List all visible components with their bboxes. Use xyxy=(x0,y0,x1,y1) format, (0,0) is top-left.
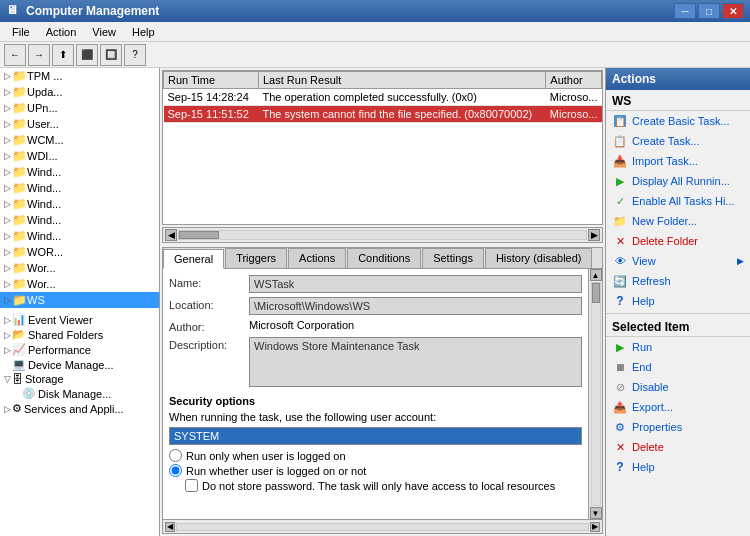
tab-settings[interactable]: Settings xyxy=(422,248,484,268)
sidebar-item-wind4[interactable]: ▷ 📁 Wind... xyxy=(0,228,159,244)
detail-htrack[interactable] xyxy=(176,523,589,531)
action-refresh[interactable]: 🔄 Refresh xyxy=(606,271,750,291)
sidebar-item-services[interactable]: ▷ ⚙ Services and Appli... xyxy=(0,401,159,416)
sidebar-item-device-manager[interactable]: 💻 Device Manage... xyxy=(0,357,159,372)
sidebar-item-ws[interactable]: ▷ 📁 WS xyxy=(0,292,159,308)
action-display-running[interactable]: ▶ Display All Runnin... xyxy=(606,171,750,191)
sidebar-item-user[interactable]: ▷ 📁 User... xyxy=(0,116,159,132)
tab-history[interactable]: History (disabled) xyxy=(485,248,593,268)
scroll-up-btn[interactable]: ▲ xyxy=(590,269,602,281)
sidebar-item-wind3[interactable]: ▷ 📁 Wind... xyxy=(0,212,159,228)
action-export[interactable]: 📤 Export... xyxy=(606,397,750,417)
sidebar-item-storage[interactable]: ▽ 🗄 Storage xyxy=(0,372,159,386)
nostore-checkbox[interactable] xyxy=(185,479,198,492)
action-properties-label: Properties xyxy=(632,421,682,433)
action-create-task[interactable]: 📋 Create Task... xyxy=(606,131,750,151)
col-runtime[interactable]: Run Time xyxy=(164,72,259,89)
table-row[interactable]: Sep-15 14:28:24 The operation completed … xyxy=(164,89,602,106)
sidebar-item-wind2[interactable]: ▷ 📁 Wind... xyxy=(0,196,159,212)
close-button[interactable]: ✕ xyxy=(722,3,744,19)
menu-action[interactable]: Action xyxy=(38,24,85,40)
folder-icon: 📁 xyxy=(12,277,27,291)
up-button[interactable]: ⬆ xyxy=(52,44,74,66)
tab-triggers[interactable]: Triggers xyxy=(225,248,287,268)
sidebar-item-performance[interactable]: ▷ 📈 Performance xyxy=(0,342,159,357)
checkbox-option-nostore[interactable]: Do not store password. The task will onl… xyxy=(169,479,582,492)
table-row[interactable]: Sep-15 11:51:52 The system cannot find t… xyxy=(164,106,602,123)
sidebar-item-wor2[interactable]: ▷ 📁 Wor... xyxy=(0,276,159,292)
action-help-ws[interactable]: ? Help xyxy=(606,291,750,311)
sidebar-item-tpm[interactable]: ▷ 📁 TPM ... xyxy=(0,68,159,84)
vscroll-thumb[interactable] xyxy=(592,283,600,303)
maximize-button[interactable]: □ xyxy=(698,3,720,19)
location-value[interactable]: \Microsoft\Windows\WS xyxy=(249,297,582,315)
action-view[interactable]: 👁 View ▶ xyxy=(606,251,750,271)
action-help-selected[interactable]: ? Help xyxy=(606,457,750,477)
back-button[interactable]: ← xyxy=(4,44,26,66)
tab-conditions[interactable]: Conditions xyxy=(347,248,421,268)
sidebar-item-wind1[interactable]: ▷ 📁 Wind... xyxy=(0,180,159,196)
folder-icon: 📁 xyxy=(12,133,27,147)
action-disable[interactable]: ⊘ Disable xyxy=(606,377,750,397)
col-result[interactable]: Last Run Result xyxy=(259,72,546,89)
detail-hscrollbar[interactable]: ◀ ▶ xyxy=(163,519,602,533)
action-delete[interactable]: ✕ Delete xyxy=(606,437,750,457)
show-hide-button[interactable]: ⬛ xyxy=(76,44,98,66)
radio-logon-input[interactable] xyxy=(169,449,182,462)
menu-file[interactable]: File xyxy=(4,24,38,40)
description-value[interactable]: Windows Store Maintenance Task xyxy=(249,337,582,387)
detail-scroll-right[interactable]: ▶ xyxy=(590,522,600,532)
detail-vscrollbar[interactable]: ▲ ▼ xyxy=(588,269,602,519)
expand-icon: ▷ xyxy=(2,330,12,340)
radio-nopass-input[interactable] xyxy=(169,464,182,477)
sidebar-item-shared-folders[interactable]: ▷ 📂 Shared Folders xyxy=(0,327,159,342)
action-create-basic[interactable]: 📋 Create Basic Task... xyxy=(606,111,750,131)
detail-scroll-left[interactable]: ◀ xyxy=(165,522,175,532)
sidebar-label-ws: WS xyxy=(27,294,45,306)
minimize-button[interactable]: ─ xyxy=(674,3,696,19)
sidebar-item-upda[interactable]: ▷ 📁 Upda... xyxy=(0,84,159,100)
sidebar-item-wor1[interactable]: ▷ 📁 Wor... xyxy=(0,260,159,276)
menu-help[interactable]: Help xyxy=(124,24,163,40)
sidebar-item-wor0[interactable]: ▷ 📁 WOR... xyxy=(0,244,159,260)
scroll-down-btn[interactable]: ▼ xyxy=(590,507,602,519)
scroll-thumb[interactable] xyxy=(179,231,219,239)
name-value[interactable]: WSTask xyxy=(249,275,582,293)
export-icon: 📤 xyxy=(612,399,628,415)
task-table[interactable]: Run Time Last Run Result Author Sep-15 1… xyxy=(162,70,603,225)
scroll-left-btn[interactable]: ◀ xyxy=(165,229,177,241)
action-delete-folder[interactable]: ✕ Delete Folder xyxy=(606,231,750,251)
sidebar-item-upn[interactable]: ▷ 📁 UPn... xyxy=(0,100,159,116)
sidebar-item-wdi[interactable]: ▷ 📁 WDI... xyxy=(0,148,159,164)
radio-option-logon[interactable]: Run only when user is logged on xyxy=(169,449,582,462)
expand-icon: ▷ xyxy=(2,315,12,325)
action-end[interactable]: ⏹ End xyxy=(606,357,750,377)
sidebar-item-disk-manage[interactable]: 💿 Disk Manage... xyxy=(0,386,159,401)
forward-button[interactable]: → xyxy=(28,44,50,66)
tab-general[interactable]: General xyxy=(163,249,224,269)
window-controls[interactable]: ─ □ ✕ xyxy=(674,3,744,19)
expand-icon: ▷ xyxy=(2,404,12,414)
action-import-task[interactable]: 📥 Import Task... xyxy=(606,151,750,171)
action-run[interactable]: ▶ Run xyxy=(606,337,750,357)
table-hscrollbar[interactable]: ◀ ▶ xyxy=(162,227,603,243)
properties-button[interactable]: 🔲 xyxy=(100,44,122,66)
sidebar-item-wind0[interactable]: ▷ 📁 Wind... xyxy=(0,164,159,180)
action-enable-all[interactable]: ✓ Enable All Tasks Hi... xyxy=(606,191,750,211)
sidebar-item-event-viewer[interactable]: ▷ 📊 Event Viewer xyxy=(0,312,159,327)
app-icon: 🖥 xyxy=(6,3,22,19)
menu-view[interactable]: View xyxy=(84,24,124,40)
vscroll-track[interactable] xyxy=(591,282,601,506)
scroll-right-btn[interactable]: ▶ xyxy=(588,229,600,241)
scroll-track[interactable] xyxy=(178,230,587,240)
description-label: Description: xyxy=(169,337,249,351)
sidebar-item-wcm[interactable]: ▷ 📁 WCM... xyxy=(0,132,159,148)
help-toolbar-button[interactable]: ? xyxy=(124,44,146,66)
col-author[interactable]: Author xyxy=(546,72,602,89)
security-account[interactable]: SYSTEM xyxy=(169,427,582,445)
form-row-location: Location: \Microsoft\Windows\WS xyxy=(169,297,582,315)
tab-actions[interactable]: Actions xyxy=(288,248,346,268)
radio-option-nopass[interactable]: Run whether user is logged on or not xyxy=(169,464,582,477)
action-properties[interactable]: ⚙ Properties xyxy=(606,417,750,437)
action-new-folder[interactable]: 📁 New Folder... xyxy=(606,211,750,231)
